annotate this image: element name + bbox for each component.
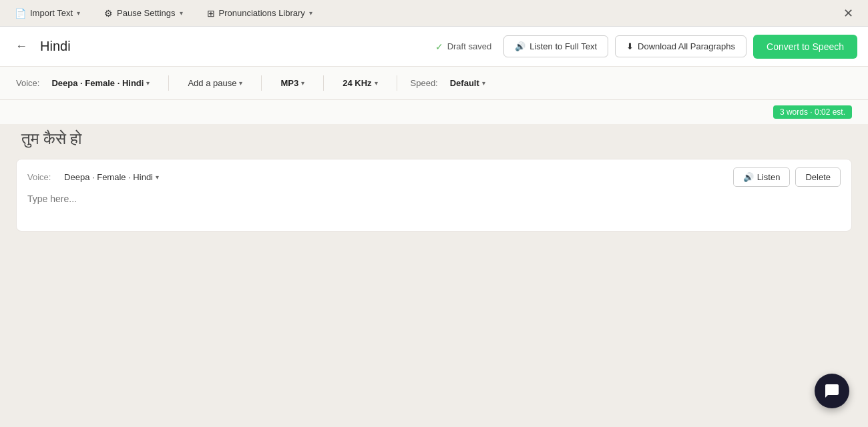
word-count-bar: 3 words · 0:02 est. <box>0 100 868 124</box>
close-button[interactable]: ✕ <box>839 4 857 23</box>
quality-value: 24 KHz <box>343 78 371 88</box>
pronunciations-library-chevron: ▾ <box>309 9 312 17</box>
add-pause-arrow: ▾ <box>239 79 242 87</box>
download-all-label: Download All Paragraphs <box>638 41 735 51</box>
paragraph-actions: 🔊 Listen Delete <box>733 167 841 187</box>
paragraph-header: Voice: Deepa · Female · Hindi ▾ 🔊 Listen… <box>27 167 841 187</box>
menu-bar: 📄 Import Text ▾ ⚙ Pause Settings ▾ ⊞ Pro… <box>0 0 868 27</box>
convert-to-speech-button[interactable]: Convert to Speech <box>753 35 857 59</box>
download-icon: ⬇ <box>626 41 634 51</box>
paragraph-voice: Voice: Deepa · Female · Hindi ▾ <box>27 169 164 185</box>
grid-icon: ⊞ <box>207 8 215 19</box>
back-button[interactable]: ← <box>11 36 32 57</box>
format-group: MP3 ▾ <box>275 75 324 91</box>
quality-dropdown[interactable]: 24 KHz ▾ <box>337 75 383 91</box>
paragraph-voice-value: Deepa · Female · Hindi <box>64 172 153 182</box>
delete-label: Delete <box>805 172 831 182</box>
add-pause-dropdown[interactable]: Add a pause ▾ <box>182 75 248 91</box>
pronunciations-library-label: Pronunciations Library <box>219 8 305 18</box>
import-text-chevron: ▾ <box>77 9 80 17</box>
voice-value: Deepa · Female · Hindi <box>51 78 144 88</box>
title-input[interactable] <box>40 39 422 54</box>
speed-label: Speed: <box>411 78 438 88</box>
paragraph-voice-arrow: ▾ <box>156 173 159 181</box>
format-dropdown[interactable]: MP3 ▾ <box>275 75 310 91</box>
paragraph-block: Voice: Deepa · Female · Hindi ▾ 🔊 Listen… <box>16 159 852 232</box>
pause-group: Add a pause ▾ <box>182 75 262 91</box>
speed-arrow: ▾ <box>482 79 485 87</box>
header-actions: ✓ Draft saved 🔊 Listen to Full Text ⬇ Do… <box>430 35 857 59</box>
close-icon: ✕ <box>843 6 853 21</box>
volume-icon: 🔊 <box>515 41 525 51</box>
toolbar: Voice: Deepa · Female · Hindi ▾ Add a pa… <box>0 67 868 100</box>
listen-icon: 🔊 <box>743 172 754 182</box>
word-count-badge: 3 words · 0:02 est. <box>773 105 852 119</box>
draft-saved-label: Draft saved <box>447 41 491 51</box>
speed-group: Speed: Default ▾ <box>411 75 504 91</box>
listen-button[interactable]: 🔊 Listen <box>733 167 791 187</box>
voice-label: Voice: <box>16 78 39 88</box>
format-arrow: ▾ <box>301 79 304 87</box>
chat-icon <box>824 383 840 399</box>
paragraph-voice-label: Voice: <box>27 172 51 182</box>
speed-dropdown[interactable]: Default ▾ <box>445 75 491 91</box>
download-all-button[interactable]: ⬇ Download All Paragraphs <box>615 35 746 57</box>
quality-arrow: ▾ <box>375 79 378 87</box>
voice-dropdown-arrow: ▾ <box>146 79 150 87</box>
pronunciations-library-menu[interactable]: ⊞ Pronunciations Library ▾ <box>203 5 316 21</box>
import-text-menu[interactable]: 📄 Import Text ▾ <box>11 5 84 21</box>
check-icon: ✓ <box>435 41 443 52</box>
pause-settings-menu[interactable]: ⚙ Pause Settings ▾ <box>100 5 186 21</box>
paragraph-voice-dropdown[interactable]: Deepa · Female · Hindi ▾ <box>59 169 164 185</box>
speed-value: Default <box>450 78 479 88</box>
menu-bar-left: 📄 Import Text ▾ ⚙ Pause Settings ▾ ⊞ Pro… <box>11 5 316 21</box>
voice-dropdown[interactable]: Deepa · Female · Hindi ▾ <box>46 75 155 91</box>
paragraph-textarea[interactable] <box>27 193 841 220</box>
chat-fab-button[interactable] <box>815 374 849 408</box>
draft-saved-status: ✓ Draft saved <box>430 41 497 52</box>
add-pause-label: Add a pause <box>188 78 236 88</box>
pause-settings-chevron: ▾ <box>180 9 183 17</box>
listen-full-text-button[interactable]: 🔊 Listen to Full Text <box>503 35 608 57</box>
gear-icon: ⚙ <box>104 8 113 19</box>
file-icon: 📄 <box>15 8 26 19</box>
format-value: MP3 <box>280 78 298 88</box>
convert-label: Convert to Speech <box>767 41 844 52</box>
quality-group: 24 KHz ▾ <box>337 75 397 91</box>
text-block: तुम कैसे हो Voice: Deepa · Female · Hind… <box>0 124 868 242</box>
voice-group: Voice: Deepa · Female · Hindi ▾ <box>16 75 169 91</box>
main-content: 3 words · 0:02 est. तुम कैसे हो Voice: D… <box>0 100 868 427</box>
import-text-label: Import Text <box>30 8 73 18</box>
main-text-display: तुम कैसे हो <box>16 129 852 148</box>
back-icon: ← <box>15 39 27 53</box>
delete-button[interactable]: Delete <box>795 167 841 187</box>
listen-label: Listen <box>757 172 781 182</box>
pause-settings-label: Pause Settings <box>117 8 175 18</box>
header: ← ✓ Draft saved 🔊 Listen to Full Text ⬇ … <box>0 27 868 67</box>
listen-full-text-label: Listen to Full Text <box>529 41 597 51</box>
